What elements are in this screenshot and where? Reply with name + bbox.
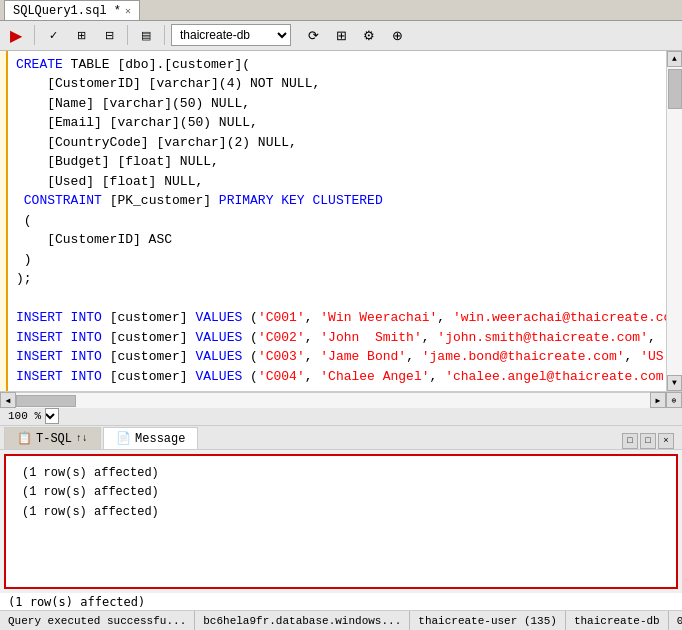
- database-select[interactable]: thaicreate-db: [171, 24, 291, 46]
- tab-icon-1[interactable]: □: [622, 433, 638, 449]
- status-user: thaicreate-user (135): [410, 611, 566, 630]
- results-tabs: 📋 T-SQL ↑↓ 📄 Message □ □ ×: [0, 426, 682, 450]
- scroll-track[interactable]: [667, 67, 682, 375]
- execute-icon: ▶: [10, 26, 22, 45]
- text-button[interactable]: ▤: [134, 23, 158, 47]
- status-message: Query executed successfu...: [0, 611, 195, 630]
- tab-message[interactable]: 📄 Message: [103, 427, 198, 449]
- refresh-button[interactable]: ⟳: [301, 23, 325, 47]
- results-bottom-line: (1 row(s) affected): [0, 593, 682, 611]
- settings-icon: ⚙: [363, 28, 375, 43]
- editor-scrollbar[interactable]: ▲ ▼: [666, 51, 682, 391]
- sql-tab[interactable]: SQLQuery1.sql * ✕: [4, 0, 140, 20]
- editor-hscroll[interactable]: ◀ ▶ ⊕: [0, 392, 682, 408]
- message-label: Message: [135, 432, 185, 446]
- hscroll-thumb[interactable]: [16, 395, 76, 407]
- help-button[interactable]: ⊕: [385, 23, 409, 47]
- status-bar: Query executed successfu... bc6hela9fr.d…: [0, 610, 682, 630]
- debug-button[interactable]: ✓: [41, 23, 65, 47]
- hscroll-left[interactable]: ◀: [0, 392, 16, 408]
- tab-tsql[interactable]: 📋 T-SQL ↑↓: [4, 427, 101, 449]
- hscroll-right[interactable]: ▶: [650, 392, 666, 408]
- separator-1: [34, 25, 35, 45]
- tab-icon-3[interactable]: ×: [658, 433, 674, 449]
- table-button[interactable]: ⊞: [329, 23, 353, 47]
- tsql-icon: 📋: [17, 431, 32, 446]
- zoom-bar: 100 %: [0, 408, 682, 427]
- line-indicator: [0, 51, 8, 391]
- corner-btn[interactable]: ⊕: [666, 392, 682, 408]
- title-bar: SQLQuery1.sql * ✕: [0, 0, 682, 21]
- bottom-result-text: (1 row(s) affected): [8, 595, 145, 609]
- refresh-icon: ⟳: [308, 28, 319, 43]
- scroll-down-arrow[interactable]: ▼: [667, 375, 682, 391]
- separator-2: [127, 25, 128, 45]
- grid-icon: ⊟: [105, 29, 114, 42]
- status-server: bc6hela9fr.database.windows...: [195, 611, 410, 630]
- tab-action-icons: □ □ ×: [622, 433, 678, 449]
- results-panel: (1 row(s) affected) (1 row(s) affected) …: [4, 454, 678, 589]
- toolbar: ▶ ✓ ⊞ ⊟ ▤ thaicreate-db ⟳ ⊞ ⚙ ⊕: [0, 21, 682, 51]
- help-icon: ⊕: [392, 28, 403, 43]
- separator-3: [164, 25, 165, 45]
- settings-button[interactable]: ⚙: [357, 23, 381, 47]
- scroll-thumb[interactable]: [668, 69, 682, 109]
- parse-icon: ⊞: [77, 29, 86, 42]
- execute-button[interactable]: ▶: [4, 23, 28, 47]
- check-icon: ✓: [49, 29, 58, 42]
- status-time: 00:00:01: [669, 611, 682, 630]
- grid-button[interactable]: ⊟: [97, 23, 121, 47]
- arrows-label: ↑↓: [76, 433, 88, 444]
- tab-label: SQLQuery1.sql *: [13, 4, 121, 18]
- status-db: thaicreate-db: [566, 611, 669, 630]
- text-icon: ▤: [141, 29, 151, 42]
- hscroll-track[interactable]: [16, 393, 650, 408]
- editor-container: CREATE TABLE [dbo].[customer]( [Customer…: [0, 51, 682, 392]
- result-row-3: (1 row(s) affected): [22, 503, 660, 522]
- app-window: SQLQuery1.sql * ✕ ▶ ✓ ⊞ ⊟ ▤ thaicreate-d…: [0, 0, 682, 630]
- table-icon: ⊞: [336, 28, 347, 43]
- tsql-label: T-SQL: [36, 432, 72, 446]
- scroll-up-arrow[interactable]: ▲: [667, 51, 682, 67]
- tab-icon-2[interactable]: □: [640, 433, 656, 449]
- result-row-1: (1 row(s) affected): [22, 464, 660, 483]
- result-row-2: (1 row(s) affected): [22, 483, 660, 502]
- message-icon: 📄: [116, 431, 131, 446]
- tab-close-icon[interactable]: ✕: [125, 5, 131, 17]
- zoom-level: 100 %: [8, 410, 41, 422]
- parse-button[interactable]: ⊞: [69, 23, 93, 47]
- zoom-select[interactable]: [45, 408, 59, 424]
- editor-content[interactable]: CREATE TABLE [dbo].[customer]( [Customer…: [8, 51, 666, 391]
